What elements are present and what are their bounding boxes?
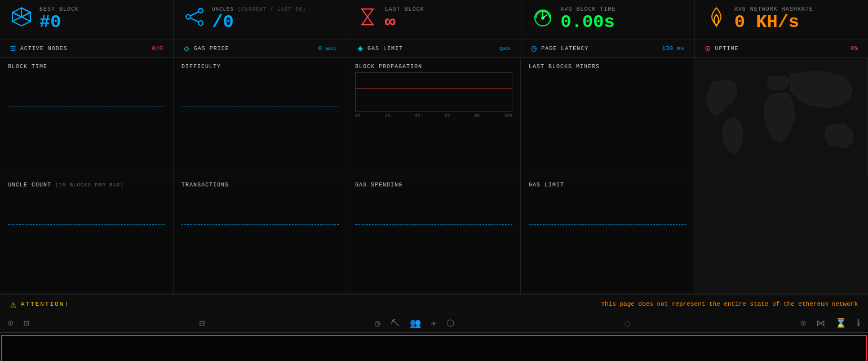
last-blocks-miners-area — [529, 74, 686, 111]
svg-line-5 — [12, 12, 21, 17]
charts-grid: BLOCK TIME DIFFICULTY BLOCK PROPAGATION … — [0, 58, 868, 295]
block-time-area — [8, 74, 165, 111]
icon-hex[interactable]: ⬡ — [446, 318, 454, 329]
icon-branch[interactable]: ⋈ — [816, 318, 825, 329]
page-latency-value: 139 ms — [662, 45, 684, 52]
transactions-title: TRANSACTIONS — [181, 182, 339, 188]
red-bordered-box: https://blog.csdn.net/qq_36651243 — [1, 335, 867, 361]
svg-line-6 — [21, 12, 30, 17]
block-time-title: BLOCK TIME — [8, 64, 165, 70]
uncle-count-area — [8, 193, 165, 229]
svg-marker-3 — [12, 12, 21, 21]
svg-line-17 — [543, 15, 547, 18]
last-block-value: ∞ — [384, 12, 424, 32]
avg-hashrate-stat: AVG NETWORK HASHRATE 0 KH/s — [695, 0, 868, 39]
flame-icon — [705, 6, 728, 33]
monitor-icon: ⊡ — [10, 43, 16, 54]
lightning-icon: ◈ — [357, 43, 363, 54]
gas-limit-value: gas — [499, 45, 511, 52]
uncle-count-title: UNCLE COUNT (25 BLOCKS PER BAR) — [8, 182, 165, 188]
difficulty-title: DIFFICULTY — [181, 64, 339, 70]
icon-info[interactable]: ℹ — [857, 318, 860, 329]
svg-point-8 — [198, 21, 203, 25]
world-map-svg — [694, 58, 867, 176]
uncle-count-line — [8, 224, 165, 225]
svg-marker-2 — [21, 12, 30, 21]
gas-limit-area — [529, 193, 686, 229]
block-time-chart: BLOCK TIME — [0, 58, 174, 176]
uptime-value: 0% — [851, 45, 858, 52]
svg-point-9 — [186, 15, 191, 19]
transactions-area — [181, 193, 339, 229]
propagation-chart-area — [355, 72, 512, 112]
active-nodes-label: ACTIVE NODES — [20, 46, 148, 52]
uptime-label: UPTIME — [715, 46, 845, 52]
block-propagation-title: BLOCK PROPAGATION — [355, 64, 512, 70]
icon-users[interactable]: 👥 — [410, 318, 421, 329]
propagation-inner — [356, 73, 512, 111]
secondary-bar: ⊡ ACTIVE NODES 0/0 ◇ GAS PRICE 0 wei ◈ G… — [0, 39, 868, 58]
svg-line-11 — [191, 18, 198, 22]
gas-spending-chart: GAS SPENDING — [347, 176, 521, 295]
attention-label: ATTENTION! — [21, 301, 601, 307]
block-time-line — [8, 106, 165, 106]
icon-clock[interactable]: ◷ — [375, 318, 380, 329]
attention-bar: ⚠ ATTENTION! This page does not represen… — [0, 295, 868, 314]
share-icon — [184, 6, 205, 33]
gas-price-item: ◇ GAS PRICE 0 wei — [174, 39, 347, 57]
uptime-item: ⊙ UPTIME 0% — [695, 39, 868, 57]
uncles-value: /0 — [212, 12, 306, 32]
page-latency-label: PAGE LATENCY — [541, 46, 657, 52]
difficulty-area — [181, 74, 339, 111]
best-block-text: BEST BLOCK #0 — [39, 6, 79, 32]
gas-spending-title: GAS SPENDING — [355, 182, 512, 188]
icon-monitor[interactable]: ⊡ — [24, 318, 29, 329]
gas-price-label: GAS PRICE — [194, 46, 314, 52]
last-block-stat: LAST BLOCK ∞ — [347, 0, 521, 39]
transactions-line — [181, 224, 339, 225]
uncles-text: UNCLES (CURRENT / LAST 50) /0 — [212, 6, 306, 32]
icons-bar: ⊙ ⊡ ⊟ ◷ ⛏ 👥 ✈ ⬡ ◌ ⊙ ⋈ ⌛ ℹ — [0, 314, 868, 333]
avg-block-time-value: 0.00s — [561, 12, 616, 32]
difficulty-line — [181, 106, 339, 106]
last-blocks-miners-title: LAST BLOCKS MINERS — [529, 64, 686, 70]
icon-ring[interactable]: ⊙ — [800, 318, 806, 329]
icon-plane[interactable]: ✈ — [431, 318, 437, 329]
icon-hourglass[interactable]: ⌛ — [835, 318, 847, 329]
icon-pickaxe[interactable]: ⛏ — [391, 318, 400, 329]
difficulty-chart: DIFFICULTY — [174, 58, 347, 176]
gas-limit-line — [529, 224, 686, 225]
avg-block-time-stat: AVG BLOCK TIME 0.00s — [521, 0, 695, 39]
world-map-chart — [694, 58, 868, 176]
uncles-stat: UNCLES (CURRENT / LAST 50) /0 — [174, 0, 347, 39]
svg-point-7 — [198, 8, 203, 13]
icon-blocks[interactable]: ⊟ — [199, 318, 205, 329]
propagation-x-axis: 0s 2s 4s 6s 8s 10s — [355, 113, 512, 118]
page-latency-item: ◷ PAGE LATENCY 139 ms — [521, 39, 695, 57]
attention-icon: ⚠ — [10, 298, 16, 310]
cube-icon — [10, 6, 33, 33]
avg-hashrate-text: AVG NETWORK HASHRATE 0 KH/s — [734, 6, 813, 32]
gas-limit-label: GAS LIMIT — [367, 46, 495, 52]
icon-checkmark[interactable]: ⊙ — [8, 318, 14, 329]
best-block-stat: BEST BLOCK #0 — [0, 0, 174, 39]
attention-note: This page does not represent the entire … — [601, 301, 858, 307]
top-stats-bar: BEST BLOCK #0 UNCLES (CURRENT / LAST 50)… — [0, 0, 868, 39]
best-block-value: #0 — [39, 12, 79, 32]
gas-spending-line — [355, 224, 512, 225]
svg-line-10 — [191, 12, 198, 16]
avg-block-time-text: AVG BLOCK TIME 0.00s — [561, 6, 616, 32]
last-block-text: LAST BLOCK ∞ — [384, 6, 424, 32]
uncle-count-chart: UNCLE COUNT (25 BLOCKS PER BAR) — [0, 176, 174, 295]
world-map-chart-2 — [694, 176, 868, 295]
svg-marker-1 — [21, 8, 30, 17]
hourglass-icon — [357, 7, 378, 32]
bulb-icon: ⊙ — [705, 43, 711, 54]
avg-hashrate-value: 0 KH/s — [734, 12, 813, 32]
tag-icon: ◇ — [184, 43, 189, 54]
gas-limit-title: GAS LIMIT — [529, 182, 686, 188]
block-propagation-chart: BLOCK PROPAGATION 0s 2s 4s 6s 8s 10s — [347, 58, 521, 176]
propagation-red-line — [356, 88, 512, 88]
icon-circle[interactable]: ◌ — [625, 318, 631, 329]
gas-price-value: 0 wei — [318, 45, 336, 52]
